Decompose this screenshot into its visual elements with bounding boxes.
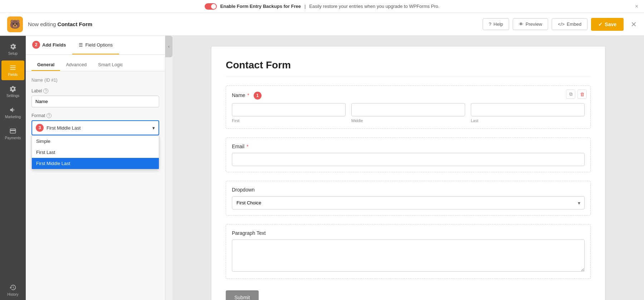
name-label-text: Name xyxy=(232,92,245,98)
preview-icon: 👁 xyxy=(519,21,523,27)
sub-tab-general[interactable]: General xyxy=(31,59,60,71)
dropdown-option-first-last[interactable]: First Last xyxy=(32,147,159,158)
banner-title: Enable Form Entry Backups for Free xyxy=(220,4,301,9)
top-banner: Enable Form Entry Backups for Free | Eas… xyxy=(0,0,644,13)
name-badge: 1 xyxy=(254,92,262,100)
format-row: Format ? xyxy=(31,113,159,118)
name-field-copy-button[interactable]: ⧉ xyxy=(566,89,575,99)
dropdown-select[interactable]: First Choice xyxy=(232,196,585,209)
label-row: Label ? xyxy=(31,88,159,93)
dropdown-option-first-middle-last[interactable]: First Middle Last xyxy=(32,158,159,169)
name-first-group: First xyxy=(232,103,346,123)
dropdown-option-simple[interactable]: Simple xyxy=(32,136,159,147)
sidebar-item-history[interactable]: History xyxy=(1,280,24,300)
sidebar: Setup Fields Settings Marketing Payments… xyxy=(0,36,26,300)
panel-collapse-button[interactable]: ‹ xyxy=(165,36,172,57)
name-field-label: Name * 1 xyxy=(232,92,585,100)
name-required-star: * xyxy=(247,92,249,98)
checkmark-icon: ✓ xyxy=(598,21,602,27)
sub-tab-smart-logic[interactable]: Smart Logic xyxy=(92,59,128,71)
field-options-icon: ☰ xyxy=(79,42,83,48)
format-badge: 3 xyxy=(36,124,44,132)
dropdown-field-label: Dropdown xyxy=(232,187,585,193)
dropdown-label-text: Dropdown xyxy=(232,187,255,193)
name-last-sublabel: Last xyxy=(471,118,585,123)
embed-label: Embed xyxy=(567,21,581,27)
label-help-icon[interactable]: ? xyxy=(43,88,48,93)
help-label: Help xyxy=(493,21,503,27)
name-input[interactable] xyxy=(31,96,159,107)
form-name: Contact Form xyxy=(58,21,93,27)
format-dropdown-menu: Simple First Last First Middle Last xyxy=(31,135,159,169)
name-field-delete-button[interactable]: 🗑 xyxy=(577,89,587,99)
name-middle-sublabel: Middle xyxy=(351,118,465,123)
header-left: 🐻 Now editing Contact Form xyxy=(7,16,92,32)
name-last-input[interactable] xyxy=(471,103,585,116)
sidebar-payments-label: Payments xyxy=(5,136,21,140)
save-button[interactable]: ✓ Save xyxy=(591,18,624,31)
format-group: Format ? 3 First Middle Last ▾ Simple xyxy=(31,113,159,135)
name-middle-group: Middle xyxy=(351,103,465,123)
format-selected-text: First Middle Last xyxy=(47,125,80,131)
sidebar-marketing-label: Marketing xyxy=(5,115,21,119)
paragraph-field-block: Paragraph Text xyxy=(226,224,591,279)
sidebar-item-marketing[interactable]: Marketing xyxy=(1,103,24,122)
paragraph-label-text: Paragraph Text xyxy=(232,230,266,236)
format-select-wrapper: 3 First Middle Last ▾ Simple First Last … xyxy=(31,120,159,135)
field-id-text: (ID #1) xyxy=(44,78,58,83)
close-button[interactable]: ✕ xyxy=(631,20,637,29)
submit-button[interactable]: Submit xyxy=(226,290,259,300)
tab-field-options[interactable]: ☰ Field Options xyxy=(72,36,119,54)
field-panel: 2 Add Fields ☰ Field Options General Adv… xyxy=(26,36,165,300)
add-fields-label: Add Fields xyxy=(42,42,66,48)
banner-close[interactable]: × xyxy=(635,3,638,10)
save-label: Save xyxy=(605,21,616,27)
dropdown-wrapper: First Choice xyxy=(232,196,585,209)
name-last-group: Last xyxy=(471,103,585,123)
field-id-label: Name (ID #1) xyxy=(31,77,159,83)
sidebar-item-setup[interactable]: Setup xyxy=(1,39,24,59)
sidebar-item-settings[interactable]: Settings xyxy=(1,82,24,101)
add-fields-badge: 2 xyxy=(32,41,40,49)
dropdown-field-block: Dropdown First Choice xyxy=(226,181,591,216)
name-first-input[interactable] xyxy=(232,103,346,116)
sidebar-history-label: History xyxy=(7,292,18,296)
label-group: Label ? xyxy=(31,88,159,107)
label-text: Label xyxy=(31,88,42,93)
header-title: Now editing Contact Form xyxy=(28,21,92,27)
field-name-text: Name xyxy=(31,78,43,83)
panel-tabs: 2 Add Fields ☰ Field Options xyxy=(26,36,165,55)
chevron-down-icon: ▾ xyxy=(152,125,155,131)
header-right: ? Help 👁 Preview </> Embed ✓ Save ✕ xyxy=(483,18,637,31)
format-help-icon[interactable]: ? xyxy=(47,113,52,118)
embed-icon: </> xyxy=(558,21,565,27)
name-middle-input[interactable] xyxy=(351,103,465,116)
panel-content: Name (ID #1) Label ? Format ? xyxy=(26,71,165,300)
name-field-block: ⧉ 🗑 Name * 1 First Middle xyxy=(226,86,591,129)
embed-button[interactable]: </> Embed xyxy=(552,18,587,30)
main-layout: Setup Fields Settings Marketing Payments… xyxy=(0,36,644,300)
paragraph-field-label: Paragraph Text xyxy=(232,230,585,236)
banner-description: Easily restore your entries when you upg… xyxy=(309,4,439,9)
preview-label: Preview xyxy=(526,21,542,27)
form-preview: Contact Form ⧉ 🗑 Name * 1 First xyxy=(211,47,605,300)
editing-prefix: Now editing xyxy=(28,21,56,27)
sub-tab-advanced[interactable]: Advanced xyxy=(60,59,92,71)
banner-toggle[interactable] xyxy=(205,3,217,10)
preview-button[interactable]: 👁 Preview xyxy=(513,18,548,30)
email-label-text: Email xyxy=(232,144,244,149)
email-input[interactable] xyxy=(232,153,585,166)
format-select[interactable]: 3 First Middle Last ▾ xyxy=(31,120,159,135)
name-field-actions: ⧉ 🗑 xyxy=(566,89,587,99)
paragraph-textarea[interactable] xyxy=(232,239,585,272)
sidebar-item-fields[interactable]: Fields xyxy=(1,61,24,80)
help-button[interactable]: ? Help xyxy=(483,18,509,30)
sidebar-setup-label: Setup xyxy=(8,52,18,55)
form-canvas: Contact Form ⧉ 🗑 Name * 1 First xyxy=(172,36,644,300)
sidebar-settings-label: Settings xyxy=(6,94,19,98)
email-field-block: Email * xyxy=(226,137,591,172)
sidebar-item-payments[interactable]: Payments xyxy=(1,124,24,144)
tab-add-fields[interactable]: 2 Add Fields xyxy=(26,36,72,54)
sidebar-fields-label: Fields xyxy=(8,73,18,77)
help-icon: ? xyxy=(489,21,491,27)
